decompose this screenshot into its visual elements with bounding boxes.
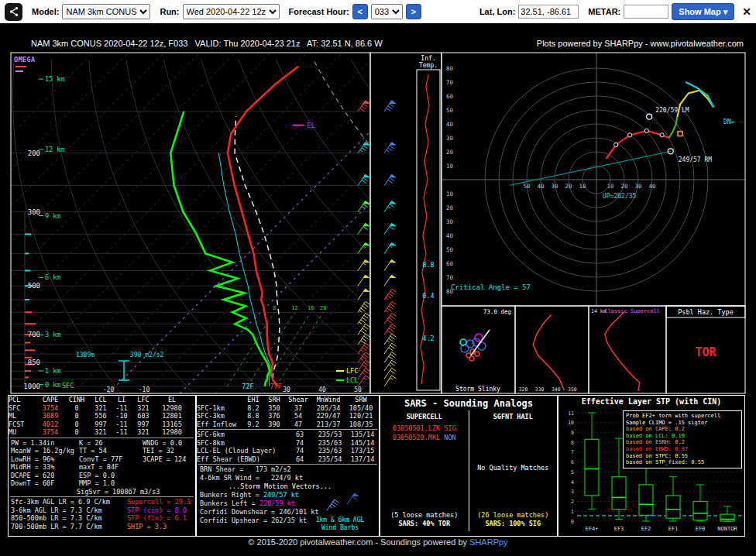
- list-item: based on STP_fixed: 0.55: [626, 459, 739, 466]
- svg-text:LFC: LFC: [346, 367, 358, 375]
- sars-title: SARS - Sounding Analogs: [380, 396, 557, 410]
- svg-text:60: 60: [446, 93, 454, 100]
- svg-text:200: 200: [28, 149, 40, 157]
- table-row: MU37540321-1132112980: [9, 428, 195, 437]
- parcel-table: PCLCAPECINHLCLLILFCELSFC37540321-1132112…: [9, 396, 195, 437]
- list-item: 3-6km AGL LR = 7.3 C/km: [11, 506, 127, 515]
- list-item: TT = 54: [79, 447, 143, 455]
- svg-text:9: 9: [571, 430, 574, 436]
- list-item: STP (fix) = 6.1: [127, 514, 191, 523]
- svg-text:70: 70: [446, 274, 454, 281]
- svg-text:EL: EL: [307, 122, 315, 129]
- barb-caption-line1: 1km & 6km AGL: [304, 517, 376, 524]
- svg-text:20: 20: [446, 149, 454, 156]
- svg-text:20: 20: [446, 204, 454, 211]
- svg-text:500: 500: [28, 282, 40, 290]
- storm-slinky-inset: 73.0 degStorm Slinky: [442, 306, 515, 393]
- svg-text:EF4+: EF4+: [586, 526, 599, 532]
- share-button[interactable]: [5, 3, 22, 21]
- svg-text:350: 350: [568, 386, 577, 393]
- close-icon[interactable]: ✕: [742, 5, 751, 18]
- svg-text:30: 30: [283, 386, 290, 393]
- sars-panel: SARS - Sounding Analogs SUPERCELL 030505…: [380, 395, 558, 537]
- forecast-hour-prev-button[interactable]: <: [352, 4, 368, 19]
- svg-text:12 km: 12 km: [45, 146, 65, 153]
- list-item: ESP = 0.0: [79, 472, 143, 480]
- svg-text:4.2: 4.2: [422, 335, 434, 342]
- svg-text:EF3: EF3: [614, 526, 624, 532]
- table-row: SFC-6km63235/53135/14: [197, 431, 379, 439]
- sars-supercell-column: SUPERCELL 03050501.LZK SIG03050520.MKL N…: [380, 410, 469, 531]
- svg-text:30: 30: [446, 218, 454, 225]
- table-row: SFC37540321-1132112980: [9, 404, 195, 413]
- kinematics-panel: EHISRHShearMnWindSRWSFC-1km8.235037205/3…: [196, 395, 380, 537]
- agl-barbs: 1km & 6km AGL Wind Barbs: [304, 476, 376, 531]
- svg-text:3 km: 3 km: [45, 331, 60, 338]
- latlon-label: Lat, Lon:: [479, 7, 515, 16]
- metar-input[interactable]: [624, 5, 668, 19]
- list-item: PW = 1.34in: [11, 439, 79, 448]
- list-item: 03050501.LZK SIG: [393, 424, 456, 433]
- svg-text:320: 320: [519, 386, 528, 393]
- svg-text:340: 340: [552, 386, 561, 393]
- list-item: 700-500mb LR = 7.7 C/km: [11, 523, 127, 531]
- divider: [198, 464, 377, 465]
- agl-wind-barbs-plot: [313, 476, 367, 515]
- inferred-temp-panel: Inf.Temp.8.80.44.2: [370, 53, 442, 393]
- stp-panel: Effective Layer STP (with CIN) 012345678…: [558, 395, 745, 537]
- table-row: PCLCAPECINHLCLLILFCEL: [9, 396, 195, 404]
- model-select[interactable]: NAM 3km CONUS: [62, 4, 150, 19]
- run-select[interactable]: Wed 2020-04-22 12z: [183, 4, 280, 19]
- svg-text:700: 700: [28, 331, 40, 338]
- table-row: SFC-8km74235/63145/14: [197, 439, 379, 448]
- sharppy-credit: Plots powered by SHARPpy - www.pivotalwe…: [537, 39, 744, 48]
- svg-text:72F: 72F: [242, 383, 253, 390]
- forecast-hour-select[interactable]: 033: [371, 4, 403, 19]
- svg-text:50: 50: [446, 246, 454, 253]
- hail-header: SGFNT HAIL: [493, 410, 533, 424]
- share-icon: [9, 6, 19, 17]
- svg-text:30: 30: [446, 135, 454, 142]
- svg-text:50: 50: [446, 107, 454, 114]
- svg-text:7: 7: [571, 449, 574, 455]
- indices-column-3: WNDG = 0.0TEI = 323CAPE = 124: [143, 439, 186, 488]
- list-item: WNDG = 0.0: [143, 439, 186, 448]
- srh-table: EHISRHShearMnWindSRWSFC-1km8.235037205/3…: [197, 396, 379, 428]
- stp-legend: Prob EF2+ torn with supercellSample CLIM…: [623, 410, 742, 468]
- svg-text:30: 30: [634, 183, 642, 190]
- svg-text:1309m: 1309m: [76, 352, 94, 359]
- show-map-button[interactable]: Show Map ▾: [672, 3, 734, 20]
- plot-title: NAM 3km CONUS 2020-04-22 12z, F033 VALID…: [31, 39, 383, 48]
- shear-table: SFC-6km63235/53135/14SFC-8km74235/63145/…: [197, 431, 379, 463]
- latlon-input[interactable]: [518, 5, 579, 19]
- sharppy-link[interactable]: SHARPpy: [469, 537, 508, 547]
- svg-text:20: 20: [620, 183, 628, 190]
- svg-text:40: 40: [537, 183, 545, 190]
- svg-text:Storm Slinky: Storm Slinky: [455, 386, 500, 393]
- svg-text:390 m2/s2: 390 m2/s2: [130, 352, 164, 359]
- svg-text:10: 10: [446, 163, 454, 170]
- list-item: Sample CLIMO = .15 sigtor: [626, 420, 739, 427]
- skewt-diagram: 8121620OMEGA200300500700850100015 km12 k…: [8, 53, 748, 393]
- thermodynamics-panel: PCLCAPECINHLCLLILFCELSFC37540321-1132112…: [8, 395, 196, 537]
- lapse-rates: Sfc-3km AGL LR = 6.9 C/km3-6km AGL LR = …: [11, 498, 127, 530]
- list-item: STP (cin) = 8.0: [127, 506, 191, 515]
- svg-text:OMEGA: OMEGA: [14, 56, 36, 63]
- svg-text:8.8: 8.8: [422, 261, 434, 269]
- svg-text:0: 0: [571, 519, 574, 525]
- forecast-hour-next-button[interactable]: >: [406, 4, 421, 19]
- svg-text:40: 40: [446, 232, 454, 239]
- list-item: based on CAPE: 0.2: [626, 426, 739, 433]
- svg-text:3: 3: [571, 489, 574, 495]
- list-item: Prob EF2+ torn with supercell: [626, 413, 739, 420]
- app-window: Model: NAM 3km CONUS Run: Wed 2020-04-22…: [0, 0, 756, 556]
- svg-text:LCL: LCL: [346, 376, 358, 384]
- svg-text:6: 6: [571, 459, 574, 465]
- list-item: 03050520.MKL NON: [393, 433, 456, 442]
- svg-text:8: 8: [273, 305, 276, 311]
- svg-text:Psbl Haz. Type: Psbl Haz. Type: [678, 308, 734, 316]
- svg-text:15 km: 15 km: [45, 75, 65, 83]
- svg-text:DN=: DN=: [723, 118, 735, 125]
- svg-text:850: 850: [28, 359, 40, 366]
- svg-text:2: 2: [571, 499, 574, 505]
